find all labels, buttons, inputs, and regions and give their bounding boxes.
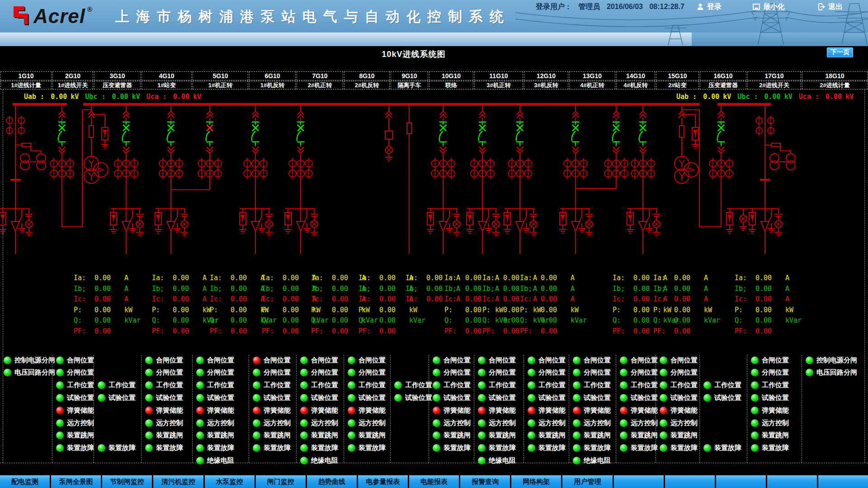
- status-indicator: 合闸位置: [433, 356, 471, 365]
- status-label: 弹簧储能: [67, 406, 94, 415]
- nav-tab-网络构架[interactable]: 网络构架: [511, 475, 561, 488]
- status-label: 工作位置: [67, 381, 94, 389]
- login-button[interactable]: 登录: [696, 2, 722, 12]
- status-indicator: 电压回路分闸: [4, 368, 55, 377]
- status-indicator: 分闸位置: [196, 368, 234, 377]
- measurement-row: P:0.00kW: [735, 305, 802, 316]
- feeder-column-9G10: 9G10 隔离手车: [390, 71, 429, 90]
- status-indicator: 装置跳闸: [196, 431, 234, 440]
- led-green-icon: [478, 357, 486, 364]
- led-green-icon: [528, 419, 535, 427]
- led-green-icon: [348, 369, 355, 376]
- measurement-row: Ic:0.00A: [152, 294, 219, 305]
- led-green-icon: [806, 369, 813, 376]
- column-id: 11G10: [474, 71, 523, 80]
- status-label: 绝缘电阻: [311, 456, 338, 465]
- measurement-row: PF:0.00: [520, 326, 587, 337]
- status-label: 工作位置: [584, 381, 611, 389]
- minimize-button-label: 最小化: [763, 2, 785, 12]
- status-indicator: 合闸位置: [751, 356, 789, 365]
- status-label: 试验位置: [67, 394, 94, 402]
- status-indicator: 弹簧储能: [528, 406, 566, 415]
- status-indicator: 分闸位置: [660, 368, 698, 377]
- led-green-icon: [751, 381, 759, 389]
- nav-tab-清污机监控[interactable]: 清污机监控: [153, 475, 203, 488]
- nav-tab-电参量报表[interactable]: 电参量报表: [358, 475, 408, 488]
- status-column-12G10: 合闸位置 分闸位置 工作位置 试验位置 弹簧储能 远方控制 装置跳闸 装置故障: [524, 355, 569, 463]
- column-id: 7G10: [297, 71, 343, 80]
- led-green-icon: [56, 394, 64, 402]
- status-label: 试验位置: [311, 394, 338, 402]
- status-indicator: 工作位置: [145, 381, 183, 390]
- status-indicator: 装置跳闸: [56, 431, 94, 440]
- led-green-icon: [300, 369, 308, 376]
- status-indicator: 试验位置: [703, 393, 741, 402]
- status-label: 工作位置: [264, 381, 291, 389]
- status-column-8G10: 合闸位置 分闸位置 工作位置 试验位置 弹簧储能 远方控制 装置跳闸 装置故障: [344, 355, 390, 463]
- status-label: 试验位置: [631, 394, 658, 402]
- status-label: 绝缘电阻: [489, 456, 516, 465]
- column-id: 14G10: [616, 71, 655, 80]
- column-id: 6G10: [249, 71, 296, 80]
- led-green-icon: [253, 394, 260, 402]
- login-time: 08:12:28.7: [649, 3, 684, 10]
- column-id: 4G10: [142, 71, 192, 80]
- status-indicator: 远方控制: [660, 418, 698, 427]
- status-indicator: 分闸位置: [751, 368, 789, 377]
- led-green-icon: [300, 432, 308, 439]
- status-label: 工作位置: [156, 381, 183, 389]
- status-indicator: 远方控制: [528, 418, 566, 427]
- status-indicator: 绝缘电阻: [478, 456, 516, 465]
- status-label: 远方控制: [584, 419, 611, 427]
- nav-tab-水泵监控[interactable]: 水泵监控: [205, 475, 255, 488]
- nav-tab-报警查询[interactable]: 报警查询: [460, 475, 510, 488]
- led-green-icon: [620, 369, 627, 376]
- nav-tab-闸门监控[interactable]: 闸门监控: [256, 475, 306, 488]
- voltage-readout: Uab :0.00kV: [676, 93, 731, 101]
- column-id: 13G10: [569, 71, 615, 80]
- nav-tab-节制闸监控[interactable]: 节制闸监控: [102, 475, 152, 488]
- feeder-column-4G10: 4G10 1#站变: [141, 71, 192, 90]
- nav-tab-用户管理[interactable]: 用户管理: [562, 475, 612, 488]
- next-page-button[interactable]: 下一页: [827, 47, 853, 57]
- status-indicator: 试验位置: [56, 393, 94, 402]
- nav-tab-配电监测[interactable]: 配电监测: [0, 475, 50, 488]
- led-red-icon: [433, 407, 440, 414]
- status-label: 装置故障: [67, 444, 94, 452]
- exit-button[interactable]: 退出: [817, 2, 843, 12]
- led-green-icon: [620, 419, 627, 427]
- minimize-button[interactable]: 最小化: [752, 2, 785, 12]
- status-label: 工作位置: [108, 381, 136, 389]
- status-indicator: 工作位置: [300, 381, 338, 390]
- feeder-column-3G10: 3G10 压变避雷器: [94, 71, 141, 90]
- status-indicator: 控制电源分闸: [4, 356, 55, 365]
- led-red-icon: [253, 407, 260, 414]
- status-label: 试验位置: [670, 394, 698, 402]
- nav-tab-趋势曲线[interactable]: 趋势曲线: [307, 475, 357, 488]
- status-indicator: 弹簧储能: [196, 406, 234, 415]
- nav-tab-泵闸全景图[interactable]: 泵闸全景图: [51, 475, 101, 488]
- status-indicator: 装置故障: [660, 444, 698, 453]
- column-id: 8G10: [344, 71, 390, 80]
- status-label: 试验位置: [207, 394, 234, 402]
- status-indicator: 合闸位置: [196, 356, 234, 365]
- measurement-group: Ia:0.00AIb;0.00AIc:0.00AP:0.00kWQ:0.00kV…: [653, 273, 720, 337]
- nav-tab-电能报表[interactable]: 电能报表: [409, 475, 459, 488]
- status-label: 装置跳闸: [443, 431, 471, 440]
- led-green-icon: [56, 432, 64, 439]
- bus-voltage-left: Uab :0.00kVUbc :0.00kVUca :0.00kV: [24, 93, 208, 101]
- voltage-readout: Uca :0.00kV: [146, 93, 201, 101]
- status-label: 电压回路分闸: [816, 368, 857, 377]
- column-label: 1#站变: [142, 81, 192, 89]
- status-indicator: 绝缘电阻: [573, 456, 611, 465]
- column-label: 4#机正转: [569, 81, 615, 89]
- status-indicator: 分闸位置: [478, 368, 516, 377]
- led-green-icon: [573, 444, 580, 452]
- status-indicator: 合闸位置: [300, 356, 338, 365]
- status-indicator: 工作位置: [660, 381, 698, 390]
- status-indicator: 分闸位置: [620, 368, 658, 377]
- status-label: 弹簧储能: [762, 406, 789, 415]
- led-green-icon: [300, 381, 308, 389]
- status-label: 装置跳闸: [67, 431, 94, 440]
- status-label: 装置故障: [489, 444, 516, 452]
